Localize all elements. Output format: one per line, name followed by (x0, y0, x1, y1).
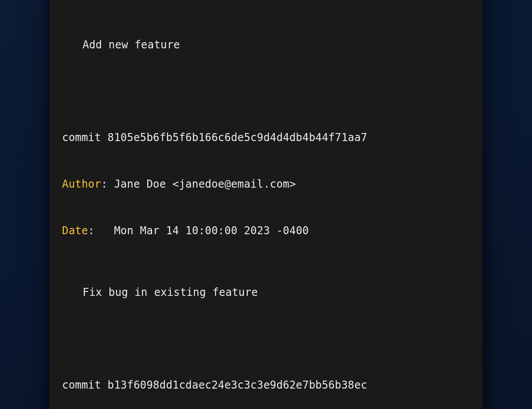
commit-entry: commit b13f6098dd1cdaec24e3c3c3e9d62e7bb… (62, 346, 470, 409)
terminal-output: commit f81e2661ec68130d6627277f47d3b3f73… (50, 0, 482, 409)
commit-entry: commit 8105e5b6fb5f6b166c6de5c9d4d4db4b4… (62, 99, 470, 331)
author-label: Author (62, 178, 101, 190)
commit-entry: commit f81e2661ec68130d6627277f47d3b3f73… (62, 0, 470, 84)
commit-hash-line: commit 8105e5b6fb5f6b166c6de5c9d4d4db4b4… (62, 130, 470, 146)
commit-message: Fix bug in existing feature (62, 285, 470, 300)
terminal-window: commit f81e2661ec68130d6627277f47d3b3f73… (50, 0, 482, 409)
date-value: : Mon Mar 14 10:00:00 2023 -0400 (88, 224, 309, 237)
date-label: Date (62, 224, 88, 237)
commit-date-line: Date: Mon Mar 14 10:00:00 2023 -0400 (62, 223, 470, 239)
commit-hash-line: commit b13f6098dd1cdaec24e3c3c3e9d62e7bb… (62, 378, 470, 393)
commit-author-line: Author: Jane Doe <janedoe@email.com> (62, 177, 470, 192)
author-value: : Jane Doe <janedoe@email.com> (101, 178, 296, 190)
commit-message: Add new feature (62, 37, 470, 53)
